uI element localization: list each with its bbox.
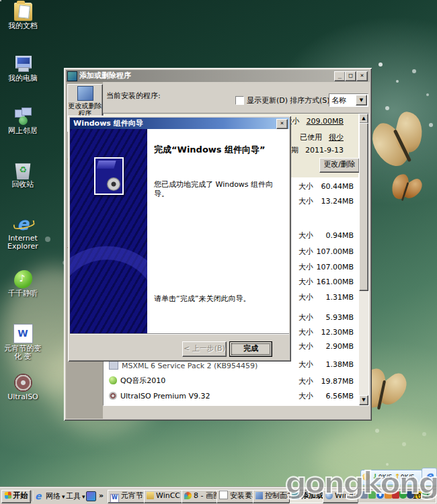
quicklaunch-overflow-chevron[interactable]: » [99, 491, 104, 500]
taskbar-divider [32, 491, 32, 501]
ttplayer-icon [14, 270, 32, 288]
sidebar-label: 更改或删除程序 [68, 102, 102, 117]
used-label: 已使用 [300, 133, 322, 142]
icon-label: 回收站 [1, 181, 44, 189]
windows-flag-icon [4, 492, 11, 499]
quicklaunch-tools-menu[interactable]: 工具 [66, 491, 85, 501]
size-row: 大小107.00MB [299, 247, 354, 257]
size-row: 大小13.24MB [299, 196, 354, 206]
bokeh-lights [0, 0, 1, 1]
desktop-icon-my-documents[interactable]: 我的文档 [1, 3, 44, 30]
internet-explorer-icon: e [14, 215, 32, 233]
task-button-wincc[interactable]: WinCC V... [144, 490, 184, 503]
qq-music-icon [109, 376, 117, 384]
window-title: 添加或删除程序 [79, 71, 131, 80]
paint-icon [184, 492, 192, 499]
dialog-titlebar[interactable]: Windows 组件向导 × [70, 118, 289, 129]
icon-label: Internet Explorer [1, 235, 44, 251]
add-remove-app-icon [67, 71, 77, 81]
window-titlebar[interactable]: 添加或删除程序 _ □ × [66, 70, 370, 82]
list-scrollbar[interactable]: ▲ ▼ [359, 114, 368, 405]
wizard-body-text: 您已成功地完成了 Windows 组件向导。 [154, 180, 283, 199]
current-programs-label: 当前安装的程序: [106, 91, 161, 101]
wizard-content-panel: 完成“Windows 组件向导” 您已成功地完成了 Windows 组件向导。 … [147, 129, 289, 333]
quicklaunch-ie-icon[interactable]: e [35, 491, 42, 501]
dropdown-arrow-icon[interactable] [356, 95, 367, 106]
size-row: 大小107.00MB [299, 262, 354, 272]
dialog-close-icon[interactable]: × [276, 119, 288, 129]
watermark-text: gongkong [285, 465, 437, 501]
sort-by-label: 排序方式(S): [290, 95, 332, 106]
desktop: 我的文档 我的电脑 网上邻居 回收站 e Internet Explorer 千… [0, 0, 437, 504]
desktop-icon-network-places[interactable]: 网上邻居 [1, 108, 44, 135]
ultraiso-program-icon [109, 392, 117, 400]
quicklaunch-network-menu[interactable]: 网络 [46, 491, 65, 501]
size-row: 大小19.87MB [299, 376, 354, 386]
word-document-icon [13, 324, 33, 343]
task-button-word[interactable]: W元宵节... [108, 490, 147, 503]
my-computer-icon [14, 55, 32, 73]
size-row: 大小5.93MB [299, 312, 354, 323]
desktop-icon-word-document[interactable]: 元宵节的变化 变 [1, 324, 44, 361]
wizard-button-strip: < 上一步(B) 完成 [70, 333, 289, 360]
scroll-up-arrow[interactable]: ▲ [359, 114, 368, 124]
program-row[interactable]: QQ音乐2010 [109, 376, 165, 386]
dialog-title: Windows 组件向导 [73, 119, 143, 128]
detail-used-row: 已使用很少 [300, 132, 344, 142]
size-row: 大小12.30MB [299, 327, 354, 337]
scroll-down-arrow[interactable]: ▼ [359, 395, 368, 405]
components-wizard-icon [94, 157, 124, 195]
show-updates-checkbox[interactable] [235, 96, 244, 105]
sort-by-value: 名称 [331, 95, 346, 106]
change-remove-button[interactable]: 更改/删除 [319, 158, 360, 173]
maximize-button[interactable]: □ [345, 71, 356, 81]
program-row[interactable]: UltraISO Premium V9.32 [109, 392, 210, 401]
my-documents-icon [14, 3, 32, 21]
desktop-icon-ultraiso[interactable]: UltraISO [1, 374, 44, 401]
wizard-instruction-text: 请单击“完成”来关闭此向导。 [154, 294, 283, 304]
close-button[interactable]: × [356, 71, 368, 81]
size-row: 大小2.90MB [299, 341, 354, 351]
scrollbar-thumb[interactable] [359, 123, 368, 291]
windows-components-wizard-dialog: Windows 组件向导 × 完成“Windows 组件向导” 您已成功地完成了… [68, 116, 291, 362]
icon-label: UltraISO [1, 393, 44, 401]
folder-icon [147, 492, 154, 499]
ultraiso-icon [14, 374, 32, 392]
recycle-bin-icon [14, 161, 32, 179]
size-row: 大小6.56MB [299, 391, 354, 401]
icon-label: 我的文档 [1, 22, 44, 30]
network-places-icon [14, 108, 32, 126]
desktop-icon-my-computer[interactable]: 我的电脑 [1, 55, 44, 83]
task-button-install-req[interactable]: 安装要求 [216, 490, 255, 503]
icon-label: 元宵节的变化 变 [1, 345, 44, 361]
msxml-icon [109, 360, 118, 370]
wizard-banner-panel [70, 129, 147, 333]
icon-label: 千千静听 [1, 290, 44, 298]
size-row: 大小1.31MB [299, 292, 354, 302]
size-row: 大小60.44MB [299, 181, 354, 192]
minimize-button[interactable]: _ [334, 71, 346, 81]
size-row: 大小0.94MB [299, 230, 354, 241]
sort-by-dropdown[interactable]: 名称 [329, 93, 368, 107]
change-remove-icon [77, 86, 93, 101]
finish-button[interactable]: 完成 [229, 341, 272, 357]
icon-label: 我的电脑 [1, 75, 44, 83]
media-player-icon[interactable] [86, 491, 96, 501]
task-button-paint[interactable]: 8 - 画图 [182, 490, 219, 503]
desktop-icon-ttplayer[interactable]: 千千静听 [1, 270, 44, 298]
start-button[interactable]: 开始 [1, 490, 31, 503]
show-updates-label: 显示更新(D) [247, 95, 288, 106]
control-panel-icon [255, 492, 263, 499]
used-value: 很少 [329, 133, 344, 142]
icon-label: 网上邻居 [1, 127, 44, 135]
wizard-heading: 完成“Windows 组件向导” [154, 144, 283, 156]
detail-size-row: 大小209.00MB [284, 116, 344, 126]
size-value: 209.00MB [306, 117, 344, 126]
document-icon [219, 491, 228, 499]
desktop-icon-internet-explorer[interactable]: e Internet Explorer [1, 215, 44, 251]
back-button[interactable]: < 上一步(B) [182, 341, 227, 357]
word-icon: W [110, 494, 119, 503]
size-row: 大小161.00MB [299, 277, 354, 287]
desktop-icon-recycle-bin[interactable]: 回收站 [1, 161, 44, 189]
program-row[interactable]: MSXML 6 Service Pack 2 (KB954459) [109, 360, 257, 370]
